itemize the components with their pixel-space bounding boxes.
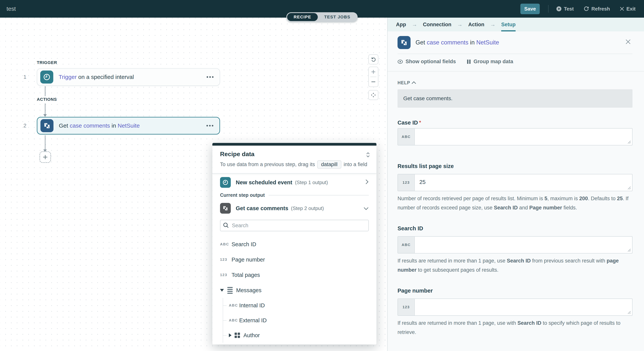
trigger-section-label: TRIGGER	[37, 60, 57, 65]
page-number-input[interactable]	[415, 299, 632, 315]
tab-test-jobs[interactable]: TEST JOBS	[318, 13, 357, 21]
fit-view-button[interactable]	[368, 90, 378, 100]
search-icon	[223, 222, 229, 228]
step-2-output-row[interactable]: Get case comments (Step 2 output)	[220, 203, 369, 214]
number-type-badge: 123	[398, 299, 415, 315]
page-size-field: Results list page size 123 25 Number of …	[398, 163, 632, 212]
current-step-output-section: Current step output	[220, 192, 369, 198]
clock-icon	[220, 177, 231, 188]
refresh-icon	[584, 6, 589, 11]
collapse-expand-icon[interactable]	[366, 152, 370, 159]
expand-icon	[369, 90, 378, 100]
exit-button[interactable]: Exit	[620, 6, 636, 12]
object-icon	[234, 333, 240, 338]
undo-icon	[369, 55, 378, 64]
case-id-input[interactable]	[415, 129, 632, 145]
help-toggle[interactable]: HELP	[398, 80, 632, 85]
datapill-sample[interactable]: datapill	[317, 160, 341, 169]
close-panel-button[interactable]	[624, 37, 632, 48]
search-id-help: If results are returned in more than 1 p…	[398, 256, 632, 275]
datapill-internal-id[interactable]: ABC Internal ID	[229, 298, 369, 313]
zoom-controls	[368, 67, 378, 87]
page-size-label: Results list page size	[398, 163, 632, 169]
search-input[interactable]	[220, 220, 369, 231]
page-number-input-group: 123	[398, 299, 632, 316]
config-breadcrumb: App → Connection → Action → Setup	[388, 18, 644, 31]
config-content: Get case comments in NetSuite Show optio…	[388, 31, 644, 337]
number-type-badge: 123	[398, 174, 415, 191]
resize-handle-icon[interactable]	[628, 311, 631, 314]
recipe-editor: test Save Test Refresh Exit RECIPE TEST …	[0, 0, 644, 351]
connector-arrow	[45, 135, 46, 150]
step-1-output-row[interactable]: New scheduled event (Step 1 output)	[220, 177, 369, 188]
recipe-data-hint: To use data from a previous step, drag i…	[220, 160, 370, 169]
tab-recipe[interactable]: RECIPE	[287, 13, 318, 21]
datapill-search	[220, 220, 369, 231]
list-icon	[227, 287, 233, 294]
datapill-page-number[interactable]: 123 Page number	[220, 252, 369, 267]
connector-line	[45, 86, 46, 96]
arrow-right-icon: →	[452, 18, 468, 31]
text-type-badge: ABC	[398, 129, 415, 145]
save-button[interactable]: Save	[520, 4, 540, 14]
datapill-list: ABC Search ID 123 Page number 123 Total …	[220, 237, 369, 343]
resize-handle-icon[interactable]	[628, 140, 631, 144]
search-id-label: Search ID	[398, 225, 632, 232]
zoom-in-button[interactable]	[369, 67, 378, 77]
test-button[interactable]: Test	[556, 6, 574, 12]
step-2-action-card[interactable]: Get case comments in NetSuite	[37, 117, 220, 134]
add-step-button[interactable]	[40, 151, 51, 163]
section-divider	[268, 195, 369, 195]
breadcrumb-connection[interactable]: Connection	[423, 18, 452, 31]
breadcrumb-action[interactable]: Action	[468, 18, 484, 31]
minus-icon	[371, 79, 376, 84]
datapill-author[interactable]: Author	[229, 328, 369, 343]
page-size-input[interactable]: 25	[415, 174, 632, 191]
step-1-menu-button[interactable]	[206, 75, 214, 79]
netsuite-icon	[398, 36, 410, 49]
datapill-messages[interactable]: Messages	[220, 283, 369, 298]
config-header: Get case comments in NetSuite	[398, 31, 632, 54]
group-columns-icon	[467, 59, 471, 64]
group-map-data-button[interactable]: Group map data	[467, 59, 513, 64]
step-1-trigger-card[interactable]: Trigger on a specified interval	[37, 68, 220, 86]
search-id-input[interactable]	[415, 237, 632, 253]
recipe-data-title: Recipe data	[220, 151, 370, 158]
chevron-right-icon	[365, 179, 369, 186]
messages-children: ABC Internal ID ABC External ID Author	[223, 298, 369, 343]
expand-triangle-icon[interactable]	[229, 333, 232, 337]
datapill-external-id[interactable]: ABC External ID	[229, 313, 369, 328]
zoom-out-button[interactable]	[369, 77, 378, 87]
case-id-input-group: ABC	[398, 128, 632, 145]
page-size-help: Number of records retrieved per page of …	[398, 194, 632, 212]
actions-section-label: ACTIONS	[37, 97, 57, 102]
config-title: Get case comments in NetSuite	[416, 39, 499, 46]
play-icon	[556, 6, 562, 11]
search-id-input-group: ABC	[398, 236, 632, 254]
datapill-search-id[interactable]: ABC Search ID	[220, 237, 369, 252]
step-config-panel: App → Connection → Action → Setup Get ca…	[387, 18, 644, 351]
recipe-data-panel: Recipe data To use data from a previous …	[212, 143, 376, 345]
recipe-data-body: New scheduled event (Step 1 output) Curr…	[212, 174, 376, 345]
netsuite-icon	[220, 203, 231, 214]
step-1-number: 1	[20, 74, 30, 80]
page-number-help: If results are returned in more than 1 p…	[398, 319, 632, 337]
config-options-row: Show optional fields Group map data	[398, 59, 632, 64]
breadcrumb-setup[interactable]: Setup	[501, 18, 516, 31]
resize-handle-icon[interactable]	[628, 186, 631, 190]
divider	[388, 71, 644, 71]
undo-button[interactable]	[368, 54, 378, 64]
step-2-menu-button[interactable]	[206, 123, 214, 128]
breadcrumb-app[interactable]: App	[396, 18, 406, 31]
eye-icon	[398, 60, 403, 64]
view-tabs: RECIPE TEST JOBS	[286, 12, 358, 22]
close-icon	[625, 39, 631, 45]
show-optional-fields-button[interactable]: Show optional fields	[398, 59, 456, 64]
resize-handle-icon[interactable]	[628, 249, 631, 252]
refresh-button[interactable]: Refresh	[584, 6, 610, 12]
datapill-total-pages[interactable]: 123 Total pages	[220, 267, 369, 283]
step-2-number: 2	[20, 123, 30, 129]
collapse-triangle-icon[interactable]	[220, 289, 224, 292]
top-bar-actions: Save Test Refresh Exit	[520, 4, 644, 14]
search-id-field: Search ID ABC If results are returned in…	[398, 225, 632, 275]
